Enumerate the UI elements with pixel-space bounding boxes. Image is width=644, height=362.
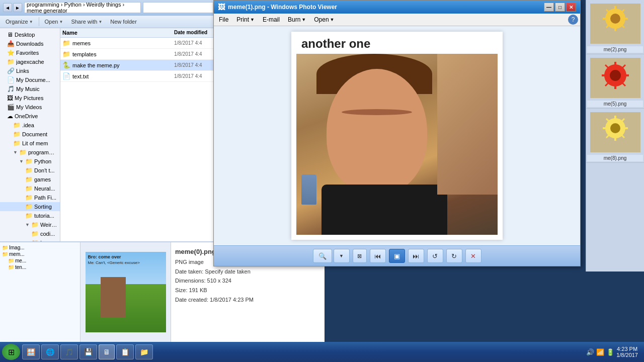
sidebar-item-neural[interactable]: 📁 Neural...: [0, 184, 60, 193]
taskbar-item-music[interactable]: 🎵: [60, 344, 78, 359]
thumb-item-2[interactable]: me(5).png: [586, 54, 644, 109]
new-folder-label: New folder: [110, 19, 137, 25]
pv-menu-email[interactable]: E-mail: [260, 15, 283, 24]
pv-title-text: meme(1).png - Windows Photo Viewer: [228, 4, 337, 11]
pv-actual-size-button[interactable]: ⊠: [353, 249, 367, 263]
taskbar-item-folder[interactable]: 📁: [135, 344, 153, 359]
taskbar-item-extra[interactable]: 📋: [116, 344, 134, 359]
file-row-memes[interactable]: 📁 memes 1/8/2017 4:4: [60, 38, 216, 49]
sidebar-item-tutorial[interactable]: 📁 tutoria...: [0, 211, 60, 220]
forward-button[interactable]: ►: [13, 3, 22, 12]
pv-zoom-dropdown[interactable]: ▼: [334, 249, 350, 263]
sidebar-item-dontt[interactable]: 📁 Don't t...: [0, 166, 60, 175]
expand-icon-python: ▼: [19, 159, 24, 164]
sidebar-item-favorites[interactable]: ⭐ Favorites: [0, 48, 60, 57]
thumb-item-1[interactable]: me(2).png: [586, 0, 644, 54]
pv-menu-file[interactable]: File: [216, 15, 231, 24]
sidebar-item-litmem[interactable]: 📁 Lit of mem: [0, 139, 60, 148]
file-name-makememe: make the meme.py: [72, 62, 174, 68]
sidebar-item-programming[interactable]: ▼ 📁 programm...: [0, 148, 60, 157]
sidebar-item-downloads[interactable]: 📥 Downloads: [0, 39, 60, 48]
tray-clock[interactable]: 4:23 PM 1/8/2017: [616, 346, 638, 358]
sidebar-item-mymusic[interactable]: 🎵 My Music: [0, 84, 60, 94]
bt-label-mem: mem...: [9, 251, 25, 257]
taskbar-item-files[interactable]: 💾: [79, 344, 97, 359]
taskbar-item-viewer[interactable]: 🖥: [99, 344, 115, 359]
document-icon: 📁: [13, 131, 21, 138]
sidebar-item-mypictures[interactable]: 🖼 My Pictures: [0, 94, 60, 103]
sidebar-item-myvideos[interactable]: 🎬 My Videos: [0, 103, 60, 112]
organize-button[interactable]: Organize ▼: [3, 18, 36, 26]
pv-slideshow-button[interactable]: ▣: [389, 249, 405, 263]
pv-next-button[interactable]: ⏭: [408, 249, 424, 263]
pv-menu-open[interactable]: Open ▼: [311, 15, 337, 24]
taskbar-item-windows[interactable]: 🪟: [22, 344, 40, 359]
sidebar-label-weirdly: Weirdl...: [40, 222, 58, 228]
pv-help-button[interactable]: ?: [568, 15, 578, 25]
back-button[interactable]: ◄: [3, 3, 12, 12]
pv-zoom-button[interactable]: 🔍: [313, 249, 332, 263]
share-with-button[interactable]: Share with ▼: [68, 18, 105, 26]
pv-menu-burn[interactable]: Burn ▼: [285, 15, 309, 24]
sidebar-item-mydocs[interactable]: 📄 My Docume...: [0, 75, 60, 84]
search-input[interactable]: [143, 2, 213, 13]
bt-item-mem[interactable]: 📁 mem...: [1, 251, 79, 257]
pv-delete-button[interactable]: ✕: [465, 249, 481, 263]
bt-item-imag[interactable]: 📁 Imag...: [1, 244, 79, 251]
sidebar-item-jagexcache[interactable]: 📁 jagexcache: [0, 57, 60, 66]
bt-item-ten[interactable]: 📁 ten...: [1, 264, 79, 270]
pv-maximize-button[interactable]: □: [555, 3, 565, 12]
sidebar-item-python[interactable]: ▼ 📁 Python: [0, 157, 60, 166]
pv-prev-button[interactable]: ⏮: [370, 249, 386, 263]
sidebar-item-codi[interactable]: 📁 codi...: [0, 229, 60, 238]
share-arrow: ▼: [98, 20, 102, 24]
preview-meme-image: Bro: come over Me: Can't, <Generic excus…: [86, 252, 166, 332]
bt-icon-me: 📁: [8, 258, 14, 263]
sidebar-item-games[interactable]: 📁 games: [0, 175, 60, 184]
dontt-icon: 📁: [25, 167, 33, 174]
sidebar-item-pathfi[interactable]: 📁 Path Fi...: [0, 193, 60, 202]
tray-network-icon[interactable]: 📶: [596, 348, 604, 356]
sidebar-item-onedrive[interactable]: ☁ OneDrive: [0, 112, 60, 121]
bt-item-me[interactable]: 📁 me...: [1, 257, 79, 264]
taskbar-item-ie[interactable]: 🌐: [41, 344, 59, 359]
favorites-icon: ⭐: [7, 49, 15, 56]
tray-battery-icon[interactable]: 🔋: [606, 348, 614, 356]
taskbar-items: 🪟 🌐 🎵 💾 🖥 📋 📁: [22, 344, 582, 359]
sidebar-item-links[interactable]: 🔗 Links: [0, 66, 60, 75]
pv-rotate-right-button[interactable]: ↻: [446, 249, 462, 263]
pv-close-button[interactable]: ✕: [566, 3, 576, 12]
bt-icon-mem: 📁: [2, 251, 8, 257]
file-row-templates[interactable]: 📁 templates 1/8/2017 4:4: [60, 49, 216, 60]
taskbar-music-icon: 🎵: [65, 348, 73, 356]
thumb-item-3[interactable]: me(8).png: [586, 109, 644, 163]
sidebar-item-idea[interactable]: 📁 .idea: [0, 121, 60, 130]
sidebar-label-sorting: Sorting: [34, 204, 52, 210]
open-button[interactable]: Open ▼: [42, 18, 66, 26]
taskbar-extra-icon: 📋: [121, 348, 129, 356]
face-element: [327, 69, 427, 195]
onedrive-icon: ☁: [7, 113, 13, 120]
file-row-texttxt[interactable]: 📄 text.txt 1/8/2017 4:4: [60, 71, 216, 82]
start-button[interactable]: ⊞: [2, 344, 20, 360]
sidebar-item-weirdly[interactable]: ▼ 📁 Weirdl...: [0, 220, 60, 229]
sidebar-item-desktop[interactable]: 🖥 Desktop: [0, 30, 60, 39]
new-folder-button[interactable]: New folder: [108, 18, 139, 26]
pv-menu-print[interactable]: Print ▼: [233, 15, 258, 24]
sidebar-label-desktop: Desktop: [15, 32, 35, 38]
pv-rotate-left-button[interactable]: ↺: [427, 249, 443, 263]
pv-minimize-button[interactable]: —: [544, 3, 554, 12]
file-row-makememe[interactable]: 🐍 make the meme.py 1/8/2017 4:4: [60, 60, 216, 71]
col-date-header[interactable]: Date modified: [174, 30, 214, 36]
col-name-header[interactable]: Name: [62, 30, 174, 36]
breadcrumb[interactable]: programming › Python › Weirdly things › …: [24, 2, 141, 13]
file-name-memes: memes: [72, 40, 174, 46]
sidebar-item-sorting[interactable]: 📁 Sorting: [0, 202, 60, 211]
svg-point-2: [610, 14, 620, 24]
next-icon: ⏭: [413, 252, 419, 260]
bt-label-ten: ten...: [15, 264, 26, 270]
tray-volume-icon[interactable]: 🔊: [586, 348, 594, 356]
prev-icon: ⏮: [374, 252, 381, 260]
thumb-image-3: [587, 110, 643, 155]
sidebar-item-document[interactable]: 📁 Document: [0, 130, 60, 139]
